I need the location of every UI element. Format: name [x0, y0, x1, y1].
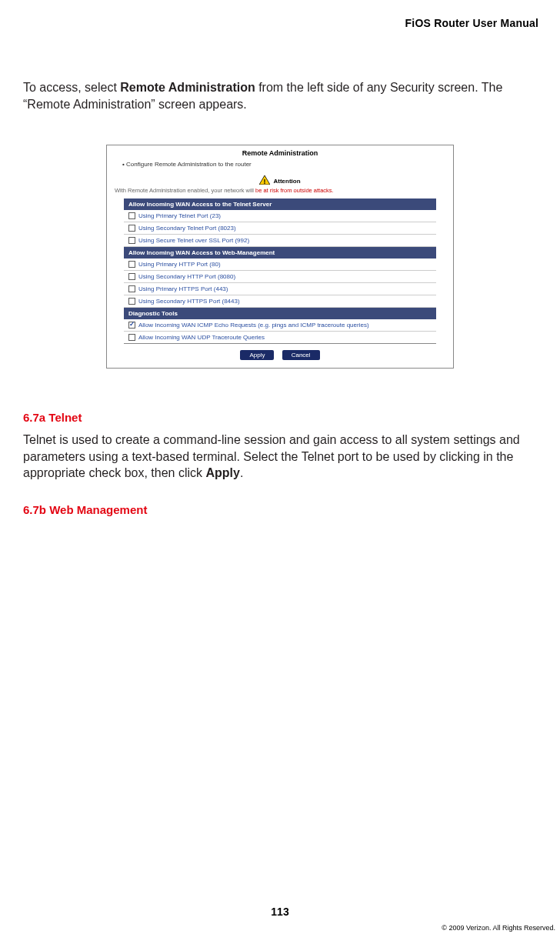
option-label: Allow Incoming WAN ICMP Echo Requests (e…: [138, 322, 369, 329]
section-header-web: Allow Incoming WAN Access to Web-Managem…: [124, 247, 436, 259]
option-row[interactable]: Using Secondary HTTP Port (8080): [124, 271, 436, 283]
option-row[interactable]: Using Primary Telnet Port (23): [124, 210, 436, 222]
telnet-body-post: .: [240, 466, 243, 479]
page-number: 113: [0, 906, 560, 918]
checkbox-icon[interactable]: [128, 334, 135, 341]
cancel-button[interactable]: Cancel: [282, 350, 320, 360]
option-label: Using Primary HTTPS Port (443): [138, 285, 228, 292]
intro-paragraph: To access, select Remote Administration …: [23, 79, 537, 112]
checkbox-icon[interactable]: [128, 273, 135, 280]
option-label: Using Primary HTTP Port (80): [138, 261, 221, 268]
option-row[interactable]: Using Secure Telnet over SSL Port (992): [124, 235, 436, 247]
attention-msg-pre: With Remote Administration enabled, your…: [115, 187, 255, 194]
intro-pre: To access, select: [23, 81, 120, 94]
svg-text:!: !: [264, 178, 266, 185]
telnet-body-bold: Apply: [205, 466, 239, 479]
option-row[interactable]: Using Secondary Telnet Port (8023): [124, 222, 436, 235]
checkbox-icon[interactable]: [128, 212, 135, 219]
section-header-telnet: Allow Incoming WAN Access to the Telnet …: [124, 198, 436, 210]
copyright: © 2009 Verizon. All Rights Reserved.: [442, 924, 555, 932]
option-label: Using Secondary HTTPS Port (8443): [138, 298, 240, 305]
option-label: Using Secure Telnet over SSL Port (992): [138, 237, 249, 244]
section-heading-telnet: 6.7a Telnet: [23, 411, 537, 424]
option-row[interactable]: Using Secondary HTTPS Port (8443): [124, 295, 436, 308]
checkbox-icon[interactable]: [128, 237, 135, 244]
attention-msg-risk: be at risk from outside attacks.: [255, 187, 334, 194]
page-header: FiOS Router User Manual: [0, 0, 560, 29]
warning-icon: !: [259, 175, 270, 186]
remote-admin-screenshot: Remote Administration Configure Remote A…: [106, 145, 454, 369]
checkbox-icon[interactable]: [128, 298, 135, 305]
option-label: Using Secondary Telnet Port (8023): [138, 225, 236, 232]
intro-bold: Remote Administration: [120, 81, 255, 94]
section-body-telnet: Telnet is used to create a command-line …: [23, 432, 537, 482]
option-label: Allow Incoming WAN UDP Traceroute Querie…: [138, 334, 265, 341]
checkbox-icon[interactable]: [128, 322, 135, 329]
option-row[interactable]: Allow Incoming WAN ICMP Echo Requests (e…: [124, 319, 436, 332]
checkbox-icon[interactable]: [128, 285, 135, 292]
option-label: Using Primary Telnet Port (23): [138, 212, 221, 219]
apply-button[interactable]: Apply: [240, 350, 274, 360]
option-label: Using Secondary HTTP Port (8080): [138, 273, 235, 280]
section-header-diag: Diagnostic Tools: [124, 308, 436, 319]
panel-subtitle: Configure Remote Administration to the r…: [107, 159, 453, 172]
option-row[interactable]: Using Primary HTTPS Port (443): [124, 283, 436, 295]
attention-label: Attention: [273, 178, 300, 185]
attention-row: ! Attention: [107, 172, 453, 187]
button-row: Apply Cancel: [107, 344, 453, 368]
attention-message: With Remote Administration enabled, your…: [107, 187, 453, 198]
checkbox-icon[interactable]: [128, 225, 135, 232]
telnet-body-pre: Telnet is used to create a command-line …: [23, 433, 520, 479]
checkbox-icon[interactable]: [128, 261, 135, 268]
section-heading-web-management: 6.7b Web Management: [23, 503, 537, 516]
option-row[interactable]: Allow Incoming WAN UDP Traceroute Querie…: [124, 332, 436, 344]
panel-title: Remote Administration: [107, 145, 453, 159]
option-row[interactable]: Using Primary HTTP Port (80): [124, 259, 436, 271]
